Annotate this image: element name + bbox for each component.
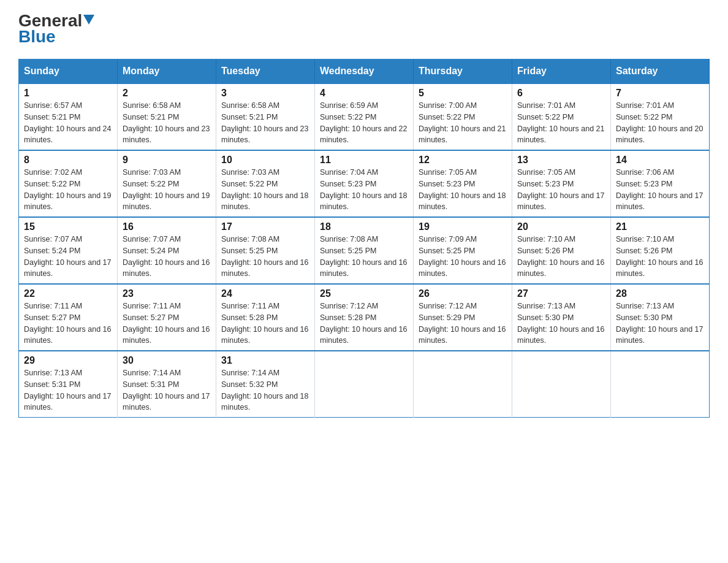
column-header-monday: Monday <box>118 59 216 84</box>
day-number: 25 <box>320 288 408 299</box>
day-info: Sunrise: 7:08 AM Sunset: 5:25 PM Dayligh… <box>320 234 408 280</box>
page-header: General Blue <box>18 12 710 47</box>
day-info: Sunrise: 7:01 AM Sunset: 5:22 PM Dayligh… <box>616 100 704 146</box>
calendar-cell: 16 Sunrise: 7:07 AM Sunset: 5:24 PM Dayl… <box>118 217 216 284</box>
calendar-body: 1 Sunrise: 6:57 AM Sunset: 5:21 PM Dayli… <box>19 83 710 418</box>
calendar-table: SundayMondayTuesdayWednesdayThursdayFrid… <box>18 59 710 418</box>
day-number: 15 <box>24 221 112 232</box>
day-number: 10 <box>221 155 309 166</box>
calendar-cell: 11 Sunrise: 7:04 AM Sunset: 5:23 PM Dayl… <box>315 150 414 217</box>
day-info: Sunrise: 7:07 AM Sunset: 5:24 PM Dayligh… <box>24 234 112 280</box>
day-number: 16 <box>123 221 211 232</box>
calendar-header-row: SundayMondayTuesdayWednesdayThursdayFrid… <box>19 59 710 84</box>
day-info: Sunrise: 7:01 AM Sunset: 5:22 PM Dayligh… <box>517 100 605 146</box>
day-info: Sunrise: 6:57 AM Sunset: 5:21 PM Dayligh… <box>24 100 112 146</box>
day-info: Sunrise: 7:10 AM Sunset: 5:26 PM Dayligh… <box>517 234 605 280</box>
day-number: 30 <box>123 355 211 366</box>
day-info: Sunrise: 7:11 AM Sunset: 5:27 PM Dayligh… <box>123 301 211 347</box>
day-info: Sunrise: 7:14 AM Sunset: 5:32 PM Dayligh… <box>221 367 309 413</box>
calendar-cell: 15 Sunrise: 7:07 AM Sunset: 5:24 PM Dayl… <box>19 217 118 284</box>
day-number: 20 <box>517 221 605 232</box>
calendar-cell: 9 Sunrise: 7:03 AM Sunset: 5:22 PM Dayli… <box>118 150 216 217</box>
day-number: 27 <box>517 288 605 299</box>
calendar-cell: 30 Sunrise: 7:14 AM Sunset: 5:31 PM Dayl… <box>118 351 216 418</box>
day-number: 14 <box>616 155 704 166</box>
week-row-5: 29 Sunrise: 7:13 AM Sunset: 5:31 PM Dayl… <box>19 351 710 418</box>
calendar-cell: 26 Sunrise: 7:12 AM Sunset: 5:29 PM Dayl… <box>414 284 512 351</box>
day-number: 11 <box>320 155 408 166</box>
day-number: 9 <box>123 155 211 166</box>
week-row-3: 15 Sunrise: 7:07 AM Sunset: 5:24 PM Dayl… <box>19 217 710 284</box>
day-number: 22 <box>24 288 112 299</box>
calendar-cell: 17 Sunrise: 7:08 AM Sunset: 5:25 PM Dayl… <box>216 217 315 284</box>
day-number: 23 <box>123 288 211 299</box>
day-info: Sunrise: 7:04 AM Sunset: 5:23 PM Dayligh… <box>320 167 408 213</box>
day-number: 4 <box>320 88 408 99</box>
day-info: Sunrise: 7:13 AM Sunset: 5:30 PM Dayligh… <box>616 301 704 347</box>
day-info: Sunrise: 7:05 AM Sunset: 5:23 PM Dayligh… <box>419 167 507 213</box>
day-number: 12 <box>419 155 507 166</box>
day-number: 8 <box>24 155 112 166</box>
calendar-cell <box>414 351 512 418</box>
calendar-cell <box>315 351 414 418</box>
day-info: Sunrise: 7:11 AM Sunset: 5:28 PM Dayligh… <box>221 301 309 347</box>
day-info: Sunrise: 7:08 AM Sunset: 5:25 PM Dayligh… <box>221 234 309 280</box>
calendar-cell: 1 Sunrise: 6:57 AM Sunset: 5:21 PM Dayli… <box>19 83 118 150</box>
calendar-cell: 8 Sunrise: 7:02 AM Sunset: 5:22 PM Dayli… <box>19 150 118 217</box>
day-number: 5 <box>419 88 507 99</box>
day-info: Sunrise: 6:59 AM Sunset: 5:22 PM Dayligh… <box>320 100 408 146</box>
week-row-4: 22 Sunrise: 7:11 AM Sunset: 5:27 PM Dayl… <box>19 284 710 351</box>
calendar-cell: 20 Sunrise: 7:10 AM Sunset: 5:26 PM Dayl… <box>512 217 611 284</box>
day-info: Sunrise: 7:12 AM Sunset: 5:28 PM Dayligh… <box>320 301 408 347</box>
day-number: 29 <box>24 355 112 366</box>
calendar-cell: 3 Sunrise: 6:58 AM Sunset: 5:21 PM Dayli… <box>216 83 315 150</box>
calendar-cell: 10 Sunrise: 7:03 AM Sunset: 5:22 PM Dayl… <box>216 150 315 217</box>
day-number: 21 <box>616 221 704 232</box>
calendar-cell: 18 Sunrise: 7:08 AM Sunset: 5:25 PM Dayl… <box>315 217 414 284</box>
calendar-cell: 2 Sunrise: 6:58 AM Sunset: 5:21 PM Dayli… <box>118 83 216 150</box>
calendar-cell: 6 Sunrise: 7:01 AM Sunset: 5:22 PM Dayli… <box>512 83 611 150</box>
day-info: Sunrise: 7:13 AM Sunset: 5:31 PM Dayligh… <box>24 367 112 413</box>
logo-blue: Blue <box>18 27 56 47</box>
calendar-cell: 31 Sunrise: 7:14 AM Sunset: 5:32 PM Dayl… <box>216 351 315 418</box>
day-number: 6 <box>517 88 605 99</box>
calendar-cell <box>512 351 611 418</box>
calendar-cell: 14 Sunrise: 7:06 AM Sunset: 5:23 PM Dayl… <box>611 150 710 217</box>
day-info: Sunrise: 7:05 AM Sunset: 5:23 PM Dayligh… <box>517 167 605 213</box>
day-number: 7 <box>616 88 704 99</box>
day-number: 31 <box>221 355 309 366</box>
day-number: 17 <box>221 221 309 232</box>
day-info: Sunrise: 7:14 AM Sunset: 5:31 PM Dayligh… <box>123 367 211 413</box>
calendar-cell: 5 Sunrise: 7:00 AM Sunset: 5:22 PM Dayli… <box>414 83 512 150</box>
day-number: 24 <box>221 288 309 299</box>
day-info: Sunrise: 7:03 AM Sunset: 5:22 PM Dayligh… <box>123 167 211 213</box>
calendar-cell: 22 Sunrise: 7:11 AM Sunset: 5:27 PM Dayl… <box>19 284 118 351</box>
calendar-cell: 19 Sunrise: 7:09 AM Sunset: 5:25 PM Dayl… <box>414 217 512 284</box>
day-info: Sunrise: 7:12 AM Sunset: 5:29 PM Dayligh… <box>419 301 507 347</box>
day-number: 26 <box>419 288 507 299</box>
day-number: 1 <box>24 88 112 99</box>
day-info: Sunrise: 7:11 AM Sunset: 5:27 PM Dayligh… <box>24 301 112 347</box>
calendar-cell: 27 Sunrise: 7:13 AM Sunset: 5:30 PM Dayl… <box>512 284 611 351</box>
calendar-cell: 25 Sunrise: 7:12 AM Sunset: 5:28 PM Dayl… <box>315 284 414 351</box>
day-info: Sunrise: 7:03 AM Sunset: 5:22 PM Dayligh… <box>221 167 309 213</box>
calendar-cell: 12 Sunrise: 7:05 AM Sunset: 5:23 PM Dayl… <box>414 150 512 217</box>
calendar-cell: 23 Sunrise: 7:11 AM Sunset: 5:27 PM Dayl… <box>118 284 216 351</box>
day-number: 2 <box>123 88 211 99</box>
week-row-1: 1 Sunrise: 6:57 AM Sunset: 5:21 PM Dayli… <box>19 83 710 150</box>
calendar-cell: 13 Sunrise: 7:05 AM Sunset: 5:23 PM Dayl… <box>512 150 611 217</box>
day-info: Sunrise: 7:10 AM Sunset: 5:26 PM Dayligh… <box>616 234 704 280</box>
column-header-tuesday: Tuesday <box>216 59 315 84</box>
calendar-cell: 21 Sunrise: 7:10 AM Sunset: 5:26 PM Dayl… <box>611 217 710 284</box>
calendar-cell: 24 Sunrise: 7:11 AM Sunset: 5:28 PM Dayl… <box>216 284 315 351</box>
calendar-cell: 29 Sunrise: 7:13 AM Sunset: 5:31 PM Dayl… <box>19 351 118 418</box>
column-header-friday: Friday <box>512 59 611 84</box>
day-info: Sunrise: 7:07 AM Sunset: 5:24 PM Dayligh… <box>123 234 211 280</box>
calendar-cell: 7 Sunrise: 7:01 AM Sunset: 5:22 PM Dayli… <box>611 83 710 150</box>
calendar-cell: 4 Sunrise: 6:59 AM Sunset: 5:22 PM Dayli… <box>315 83 414 150</box>
week-row-2: 8 Sunrise: 7:02 AM Sunset: 5:22 PM Dayli… <box>19 150 710 217</box>
day-info: Sunrise: 7:02 AM Sunset: 5:22 PM Dayligh… <box>24 167 112 213</box>
calendar-cell <box>611 351 710 418</box>
day-info: Sunrise: 6:58 AM Sunset: 5:21 PM Dayligh… <box>123 100 211 146</box>
day-number: 3 <box>221 88 309 99</box>
